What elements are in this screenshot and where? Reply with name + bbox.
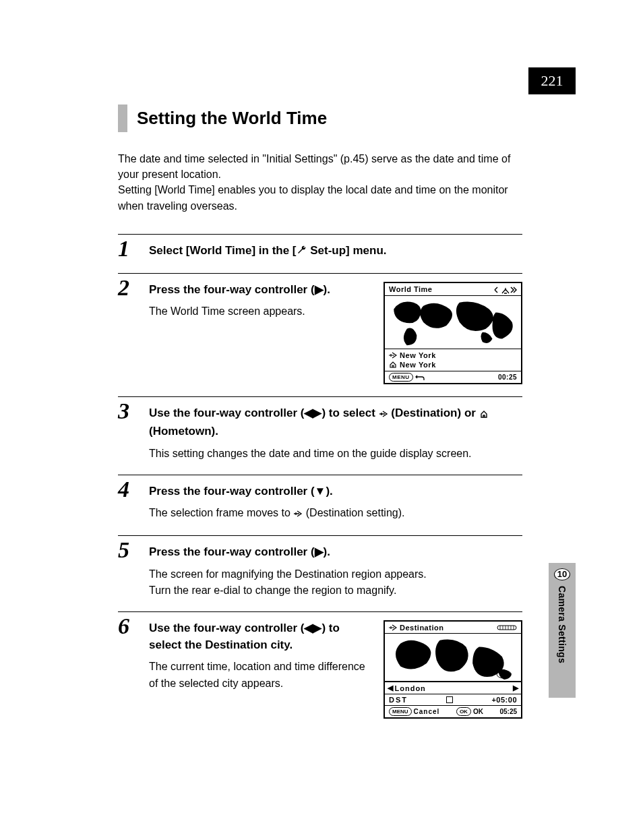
lcd-title-row: Destination	[385, 622, 521, 633]
step-5: 5 Press the four-way controller (▶). The…	[118, 535, 522, 599]
plane-icon	[293, 506, 303, 523]
dst-checkbox	[446, 696, 453, 703]
text: Select [World Time] in the [	[149, 244, 297, 257]
plane-icon	[379, 407, 388, 423]
dial-icon	[497, 624, 517, 632]
lcd-title: Destination	[400, 624, 443, 632]
step-6: 6 Use the four-way controller (◀▶) to se…	[118, 611, 522, 719]
step-number: 3	[118, 400, 129, 423]
step-heading: Press the four-way controller (▼).	[149, 483, 522, 500]
region-map	[385, 633, 521, 682]
step-body: The selection frame moves to (Destinatio…	[149, 505, 522, 523]
home-icon	[479, 407, 489, 423]
hometown-city: New York	[400, 360, 436, 369]
page-number: 221	[528, 67, 576, 94]
section-title: Setting the World Time	[137, 104, 327, 132]
lcd-cities: New York New York	[385, 349, 521, 371]
step-heading: Select [World Time] in the [ Set-up] men…	[149, 243, 522, 261]
chapter-number: 10	[554, 568, 570, 580]
step-number: 5	[118, 539, 129, 562]
section-header: Setting the World Time	[118, 104, 522, 132]
step-number: 6	[118, 615, 129, 638]
lcd-time: 00:25	[498, 373, 517, 381]
destination-city: New York	[400, 351, 436, 360]
lcd-title-icons	[494, 285, 517, 294]
step-body: The World Time screen appears.	[149, 303, 370, 320]
step-1: 1 Select [World Time] in the [ Set-up] m…	[118, 234, 522, 261]
step-heading: Use the four-way controller (◀▶) to sele…	[149, 405, 522, 440]
step-body: The screen for magnifying the Destinatio…	[149, 566, 522, 600]
ok-label: OK	[473, 708, 483, 715]
text: (Hometown).	[149, 425, 218, 438]
menu-pill: MENU	[389, 707, 412, 716]
step-heading: Use the four-way controller (◀▶) to sele…	[149, 620, 370, 653]
ok-pill: OK	[456, 707, 471, 716]
lcd-title: World Time	[389, 285, 433, 293]
dst-label: DST	[389, 696, 408, 704]
time-offset: +05:00	[491, 696, 517, 704]
lcd-time: 05:25	[499, 708, 517, 715]
lcd-footer: MENU Cancel OK OK 05:25	[385, 705, 521, 717]
lcd-destination: Destination ◀ London ▶	[384, 620, 522, 719]
step-3: 3 Use the four-way controller (◀▶) to se…	[118, 396, 522, 462]
chapter-label: Camera Settings	[557, 586, 568, 663]
section-bar	[118, 104, 127, 132]
step-heading: Press the four-way controller (▶).	[149, 544, 522, 561]
step-heading: Press the four-way controller (▶).	[149, 282, 370, 299]
left-arrow-icon: ◀	[388, 684, 394, 692]
step-number: 2	[118, 276, 129, 299]
step-body: This setting changes the date and time o…	[149, 446, 522, 462]
lcd-footer: MENU 00:25	[385, 371, 521, 383]
intro-paragraph: The date and time selected in "Initial S…	[118, 151, 522, 214]
step-number: 1	[118, 237, 129, 260]
home-icon	[389, 361, 397, 368]
step-4: 4 Press the four-way controller (▼). The…	[118, 475, 522, 523]
main-content: Setting the World Time The date and time…	[118, 104, 522, 731]
selected-city: London	[395, 684, 426, 692]
text: Set-up] menu.	[307, 244, 387, 257]
lcd-title-row: World Time	[385, 283, 521, 295]
lcd-world-time: World Time	[384, 282, 522, 385]
step-body: The current time, location and time diff…	[149, 659, 370, 692]
text: (Destination setting).	[303, 507, 404, 518]
hometown-row: New York	[389, 360, 517, 369]
dst-row: DST +05:00	[385, 694, 521, 705]
destination-row: New York	[389, 351, 517, 360]
step-2: 2 Press the four-way controller (▶). The…	[118, 273, 522, 385]
cancel-label: Cancel	[414, 708, 440, 715]
text: The selection frame moves to	[149, 507, 293, 518]
wrench-icon	[297, 244, 307, 261]
plane-icon	[389, 624, 397, 631]
side-tab: 10 Camera Settings	[549, 563, 576, 698]
return-icon	[415, 374, 425, 381]
city-selector-row: ◀ London ▶	[385, 682, 521, 694]
plane-icon	[389, 352, 397, 359]
world-map	[385, 295, 521, 349]
menu-pill: MENU	[389, 373, 413, 382]
text: (Destination) or	[388, 407, 479, 419]
step-number: 4	[118, 478, 129, 501]
right-arrow-icon: ▶	[513, 684, 519, 692]
text: Use the four-way controller (◀▶) to sele…	[149, 407, 379, 419]
